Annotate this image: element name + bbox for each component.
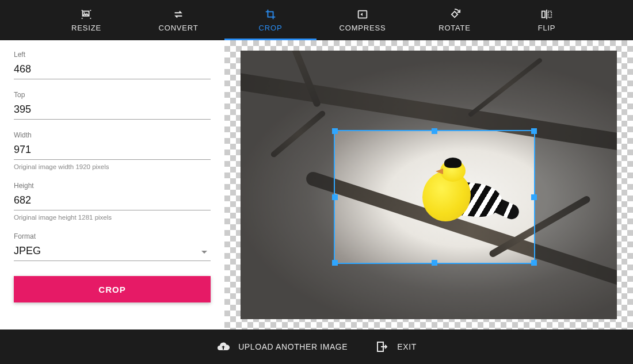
flip-icon <box>540 8 553 21</box>
crop-button[interactable]: CROP <box>14 276 211 302</box>
svg-rect-4 <box>542 12 546 18</box>
svg-rect-5 <box>548 12 552 18</box>
tab-label: FLIP <box>538 24 556 32</box>
top-nav: RESIZE CONVERT CROP COMPRESS ROTATE FLIP <box>0 0 633 40</box>
handle-left[interactable] <box>332 194 338 200</box>
exit-label: EXIT <box>397 342 417 351</box>
field-label: Top <box>14 91 211 99</box>
tab-label: COMPRESS <box>340 24 386 32</box>
bottom-bar: UPLOAD ANOTHER IMAGE EXIT <box>0 329 633 364</box>
handle-bottom-left[interactable] <box>332 260 338 266</box>
field-height: Height Original image height 1281 pixels <box>14 182 211 221</box>
tab-label: CROP <box>259 24 283 32</box>
svg-rect-3 <box>452 12 457 17</box>
main-area: Left Top Width Original image width 1920… <box>0 40 633 329</box>
field-width: Width Original image width 1920 pixels <box>14 131 211 170</box>
tab-label: CONVERT <box>159 24 199 32</box>
height-input[interactable] <box>14 192 211 210</box>
width-hint: Original image width 1920 pixels <box>14 163 211 170</box>
field-left: Left <box>14 51 211 79</box>
rotate-icon <box>448 8 461 21</box>
field-label: Left <box>14 51 211 59</box>
crop-sidebar: Left Top Width Original image width 1920… <box>0 40 224 329</box>
field-label: Height <box>14 182 211 190</box>
upload-label: UPLOAD ANOTHER IMAGE <box>238 342 348 351</box>
tab-compress[interactable]: COMPRESS <box>316 0 409 40</box>
height-hint: Original image height 1281 pixels <box>14 214 211 221</box>
tab-label: ROTATE <box>438 24 471 32</box>
exit-button[interactable]: EXIT <box>375 340 417 354</box>
handle-bottom-right[interactable] <box>531 260 537 266</box>
cloud-upload-icon <box>216 340 230 354</box>
handle-right[interactable] <box>531 194 537 200</box>
handle-top-right[interactable] <box>531 128 537 134</box>
tab-label: RESIZE <box>71 24 101 32</box>
exit-icon <box>375 340 389 354</box>
handle-top-left[interactable] <box>332 128 338 134</box>
compress-icon <box>356 8 369 21</box>
crop-icon <box>264 8 277 21</box>
crop-selection[interactable] <box>335 131 535 263</box>
resize-icon <box>80 8 93 21</box>
field-label: Width <box>14 131 211 139</box>
tab-flip[interactable]: FLIP <box>501 0 593 40</box>
tab-rotate[interactable]: ROTATE <box>409 0 501 40</box>
canvas-stage <box>224 40 633 329</box>
tab-resize[interactable]: RESIZE <box>40 0 132 40</box>
top-input[interactable] <box>14 101 211 120</box>
convert-icon <box>172 8 185 21</box>
format-select[interactable] <box>14 243 211 261</box>
tab-crop[interactable]: CROP <box>224 0 316 40</box>
image-preview[interactable] <box>241 51 617 319</box>
field-label: Format <box>14 232 211 240</box>
width-input[interactable] <box>14 141 211 160</box>
handle-bottom[interactable] <box>432 260 437 266</box>
left-input[interactable] <box>14 61 211 79</box>
upload-another-button[interactable]: UPLOAD ANOTHER IMAGE <box>216 340 348 354</box>
field-top: Top <box>14 91 211 120</box>
handle-top[interactable] <box>432 128 437 134</box>
field-format: Format <box>14 232 211 261</box>
tab-convert[interactable]: CONVERT <box>132 0 224 40</box>
